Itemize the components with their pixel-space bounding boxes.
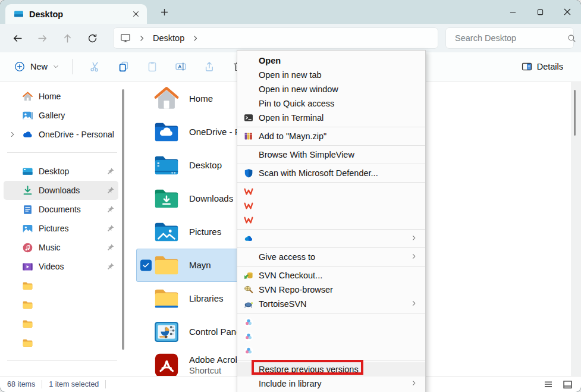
menu-item-open-in-new-window[interactable]: Open in new window	[237, 82, 425, 96]
menu-item-include-in-library[interactable]: Include in library	[237, 377, 425, 391]
breadcrumb-chevron-icon	[138, 35, 146, 42]
large-icons-view-icon[interactable]	[560, 378, 575, 391]
sidebar-item-label: Videos	[39, 262, 106, 271]
tab-close-icon[interactable]	[129, 8, 142, 21]
menu-item-pinwheel-item[interactable]	[237, 330, 425, 344]
expand-chevron-icon[interactable]	[7, 131, 18, 138]
chevron-down-icon	[53, 64, 59, 70]
sidebar-item-gallery[interactable]: Gallery	[4, 106, 118, 125]
wps-icon	[244, 187, 253, 196]
sidebar-item-folder[interactable]	[4, 295, 118, 314]
menu-item-label: TortoiseSVN	[259, 299, 307, 309]
file-item-name: Control Panel	[189, 327, 243, 338]
sidebar-item-documents[interactable]: Documents	[4, 200, 118, 219]
maximize-button[interactable]	[526, 0, 554, 24]
wps-icon	[244, 201, 253, 211]
breadcrumb[interactable]: Desktop	[113, 27, 438, 49]
refresh-icon[interactable]	[80, 27, 105, 49]
folder-onedrive-icon	[153, 118, 180, 146]
svn-checkout-icon	[244, 271, 253, 280]
sidebar-scrollbar[interactable]	[122, 89, 124, 350]
menu-item-give-access-to[interactable]: Give access to	[237, 250, 425, 264]
up-icon[interactable]	[55, 27, 80, 49]
title-bar: Desktop	[0, 0, 581, 24]
copy-icon[interactable]	[112, 56, 136, 77]
menu-item-wps-item[interactable]	[237, 184, 425, 199]
folder-pictures-icon	[153, 218, 180, 246]
search-box	[445, 27, 574, 49]
sidebar-item-folder[interactable]	[4, 333, 118, 352]
sidebar-item-onedrive[interactable]: OneDrive	[4, 370, 118, 376]
menu-item-svn-repo-browser[interactable]: SVN Repo-browser	[237, 283, 425, 297]
sidebar-item-home[interactable]: Home	[4, 87, 118, 106]
pin-icon	[106, 224, 115, 233]
minimize-button[interactable]	[499, 0, 526, 24]
menu-item-cloud-item[interactable]	[237, 231, 425, 246]
sidebar-item-label: Desktop	[39, 167, 106, 176]
menu-item-open-in-new-tab[interactable]: Open in new tab	[237, 68, 425, 82]
main-scrollbar-track[interactable]	[571, 82, 581, 376]
menu-separator	[237, 127, 425, 127]
new-button[interactable]: New	[10, 58, 64, 76]
close-button[interactable]	[554, 0, 581, 24]
new-tab-button[interactable]	[156, 4, 172, 20]
menu-item-open-in-terminal[interactable]: Open in Terminal	[237, 111, 425, 125]
navigation-bar: Desktop	[0, 24, 581, 52]
menu-separator	[237, 229, 425, 230]
file-item-subname: Shortcut	[189, 365, 240, 376]
paste-icon[interactable]	[140, 56, 164, 77]
explorer-tab-desktop[interactable]: Desktop	[5, 4, 147, 24]
adobe-icon	[153, 352, 180, 376]
share-icon[interactable]	[197, 56, 221, 77]
sidebar-item-label: Downloads	[39, 186, 106, 195]
file-item-name: Adobe Acrob	[189, 355, 240, 366]
menu-item-svn-checkout[interactable]: SVN Checkout...	[237, 268, 425, 283]
forward-icon[interactable]	[30, 27, 55, 49]
menu-item-pinwheel-item[interactable]	[237, 315, 425, 330]
home-large-icon	[153, 85, 180, 112]
details-button[interactable]: Details	[517, 58, 568, 76]
back-icon[interactable]	[5, 27, 30, 49]
rename-icon[interactable]	[169, 56, 193, 77]
menu-item-pin-to-quick-access[interactable]: Pin to Quick access	[237, 96, 425, 111]
menu-item-pinwheel-item[interactable]	[237, 344, 425, 358]
sidebar-item-folder[interactable]	[4, 314, 118, 333]
file-item-labels: Libraries	[189, 293, 224, 305]
sidebar-item-pictures[interactable]: Pictures	[4, 219, 118, 238]
selection-count: 1 item selected	[49, 380, 99, 388]
search-icon[interactable]	[567, 34, 576, 43]
sidebar-item-music[interactable]: Music	[4, 238, 118, 257]
menu-item-add-to-mayn-zip[interactable]: Add to "Mayn.zip"	[237, 129, 425, 143]
file-item-labels: Pictures	[189, 227, 221, 238]
documents-icon	[22, 204, 33, 215]
menu-separator	[237, 164, 425, 164]
annotation-highlight-box	[252, 360, 363, 375]
folder-small-icon	[22, 318, 33, 330]
sidebar-item-folder[interactable]	[4, 276, 118, 295]
menu-item-wps-item[interactable]	[237, 213, 425, 227]
sidebar-item-desktop[interactable]: Desktop	[4, 162, 118, 181]
sidebar-item-downloads[interactable]: Downloads	[4, 181, 118, 200]
menu-separator	[237, 266, 425, 266]
main-scrollbar-thumb[interactable]	[574, 90, 576, 136]
list-view-icon[interactable]	[541, 378, 556, 391]
menu-item-scan-with-microsoft-defender[interactable]: Scan with Microsoft Defender...	[237, 166, 425, 180]
cut-icon[interactable]	[83, 56, 107, 77]
menu-item-open[interactable]: Open	[237, 54, 425, 68]
folder-libraries-icon	[153, 285, 180, 312]
search-input[interactable]	[454, 33, 567, 43]
submenu-chevron-icon	[410, 253, 419, 261]
breadcrumb-chevron-icon[interactable]	[191, 35, 199, 42]
menu-item-browse-with-simpleview[interactable]: Browse With SimpleView	[237, 148, 425, 162]
menu-item-tortoisesvn[interactable]: TortoiseSVN	[237, 297, 425, 311]
menu-item-restore-previous-versions[interactable]: Restore previous versions	[237, 362, 425, 377]
breadcrumb-path[interactable]: Desktop	[153, 33, 184, 43]
file-item-name: Libraries	[189, 293, 224, 305]
menu-item-label: Pin to Quick access	[259, 99, 334, 108]
sidebar-item-videos[interactable]: Videos	[4, 257, 118, 276]
pinwheel-icon	[244, 346, 253, 356]
selected-checkbox[interactable]	[140, 260, 152, 271]
menu-item-wps-item[interactable]	[237, 199, 425, 213]
sidebar-item-onedrive-personal[interactable]: OneDrive - Personal	[4, 125, 118, 144]
pin-icon	[106, 205, 115, 214]
